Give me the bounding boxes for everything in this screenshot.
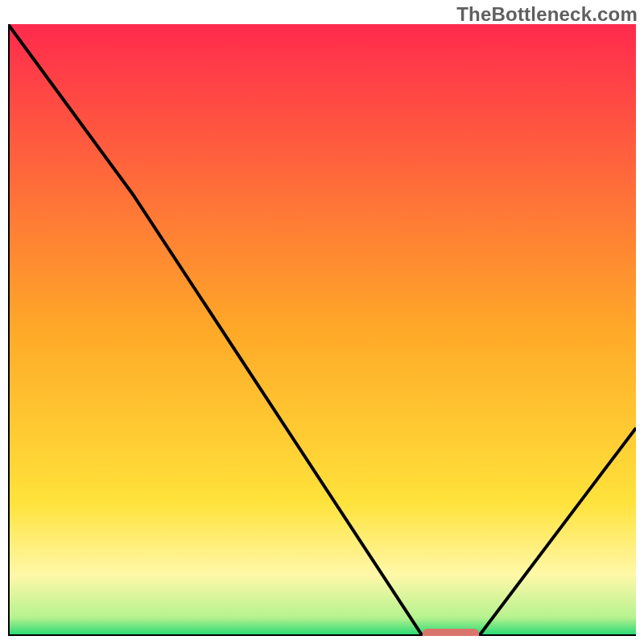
chart-container: TheBottleneck.com [0,0,644,644]
watermark-text: TheBottleneck.com [456,3,638,26]
bottleneck-chart [8,24,636,636]
plot-background [8,24,636,636]
optimum-marker [423,629,479,636]
